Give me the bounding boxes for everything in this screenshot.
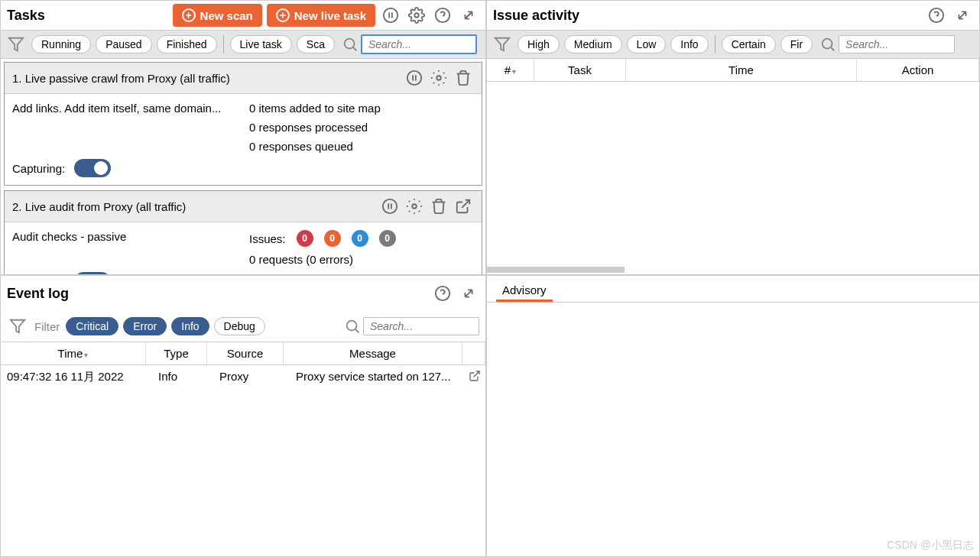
issue-badge-high: 0: [297, 230, 313, 247]
filter-icon[interactable]: [7, 316, 28, 337]
expand-icon[interactable]: [458, 5, 479, 26]
svg-point-26: [347, 321, 357, 331]
trash-icon[interactable]: [453, 67, 474, 89]
issues-label: Issues:: [249, 232, 286, 245]
filter-icon[interactable]: [492, 34, 513, 55]
new-live-task-button[interactable]: +New live task: [267, 4, 375, 27]
col-type[interactable]: Type: [146, 342, 207, 364]
capturing-row: Capturing:: [12, 272, 237, 274]
separator: [715, 35, 716, 53]
eventlog-filter-bar: Filter Critical Error Info Debug: [1, 311, 485, 342]
col-time[interactable]: Time▾: [1, 342, 146, 364]
stat-line: 0 responses queued: [249, 140, 474, 153]
new-scan-button[interactable]: +New scan: [173, 4, 262, 27]
svg-point-7: [345, 39, 355, 49]
event-row[interactable]: 09:47:32 16 11月 2022 Info Proxy Proxy se…: [1, 365, 485, 389]
search-icon: [342, 316, 363, 337]
svg-line-27: [355, 329, 359, 332]
filter-high[interactable]: High: [518, 35, 560, 53]
issue-badge-info: 0: [379, 230, 396, 247]
issue-table-body: [487, 82, 979, 274]
trash-icon[interactable]: [428, 196, 449, 217]
event-message: Proxy service started on 127...: [284, 365, 462, 389]
issue-table-header: #▾ Task Time Action: [487, 59, 979, 82]
advisory-tabs: Advisory: [487, 276, 979, 303]
pause-icon[interactable]: [379, 196, 401, 217]
svg-marker-20: [495, 38, 509, 51]
task-card-header: 2. Live audit from Proxy (all traffic): [5, 191, 482, 222]
stat-line: 0 responses processed: [249, 121, 474, 134]
col-num[interactable]: #▾: [487, 59, 534, 81]
help-icon[interactable]: [432, 283, 453, 304]
level-critical[interactable]: Critical: [66, 317, 118, 335]
level-debug[interactable]: Debug: [214, 317, 265, 335]
task-desc: Add links. Add item itself, same domain.…: [12, 102, 237, 115]
expand-icon[interactable]: [458, 283, 479, 304]
filter-certain[interactable]: Certain: [722, 35, 776, 53]
tasks-search-input[interactable]: [361, 34, 477, 54]
issue-search-input[interactable]: [839, 35, 955, 53]
filter-medium[interactable]: Medium: [564, 35, 622, 53]
col-task[interactable]: Task: [534, 59, 626, 81]
issue-badge-medium: 0: [324, 230, 341, 247]
filter-scan[interactable]: Sca: [297, 35, 335, 53]
filter-info[interactable]: Info: [670, 35, 708, 53]
level-error[interactable]: Error: [123, 317, 167, 335]
issue-badge-low: 0: [352, 230, 368, 247]
capturing-row: Capturing:: [12, 159, 237, 177]
filter-live-task[interactable]: Live task: [230, 35, 292, 53]
search-icon: [339, 34, 361, 55]
col-time[interactable]: Time: [626, 59, 857, 81]
event-time: 09:47:32 16 11月 2022: [1, 365, 146, 389]
task-card-body: Audit checks - passive Issues: 0 0 0 0 0…: [5, 222, 482, 274]
plus-icon: +: [182, 8, 196, 22]
svg-line-8: [353, 47, 356, 50]
eventlog-header: Event log: [1, 276, 485, 311]
filter-icon[interactable]: [5, 34, 27, 55]
col-message[interactable]: Message: [284, 342, 462, 364]
filter-running[interactable]: Running: [31, 35, 91, 53]
expand-icon[interactable]: [952, 5, 973, 26]
tab-advisory[interactable]: Advisory: [496, 280, 553, 302]
issues-row: Issues: 0 0 0 0: [249, 230, 474, 247]
capturing-toggle[interactable]: [74, 272, 111, 274]
svg-marker-6: [9, 38, 23, 51]
task-card: 2. Live audit from Proxy (all traffic) A…: [4, 190, 482, 274]
level-info[interactable]: Info: [171, 317, 209, 335]
gear-icon[interactable]: [404, 196, 425, 217]
issue-header: Issue activity: [487, 1, 979, 30]
gear-icon[interactable]: [406, 5, 427, 26]
requests-line: 0 requests (0 errors): [249, 253, 474, 266]
event-type: Info: [146, 365, 207, 389]
svg-point-9: [407, 71, 421, 85]
task-title: 2. Live audit from Proxy (all traffic): [12, 200, 376, 213]
sort-icon: ▾: [512, 67, 516, 76]
tasks-panel: Tasks +New scan +New live task Running P…: [0, 0, 486, 275]
issue-search: [817, 34, 955, 55]
issue-title: Issue activity: [493, 8, 579, 24]
gear-icon[interactable]: [428, 67, 449, 89]
svg-point-21: [823, 39, 832, 49]
filter-firm[interactable]: Fir: [780, 35, 813, 53]
task-card-body: Add links. Add item itself, same domain.…: [5, 94, 482, 185]
advisory-body: [487, 303, 979, 556]
popout-icon[interactable]: [453, 196, 474, 217]
help-icon[interactable]: [432, 5, 453, 26]
col-source[interactable]: Source: [207, 342, 284, 364]
svg-point-12: [436, 76, 441, 80]
filter-finished[interactable]: Finished: [157, 35, 217, 53]
capturing-toggle[interactable]: [74, 159, 111, 177]
pause-icon[interactable]: [404, 67, 425, 89]
col-action[interactable]: Action: [857, 59, 979, 81]
filter-paused[interactable]: Paused: [96, 35, 151, 53]
new-scan-label: New scan: [200, 9, 253, 22]
filter-low[interactable]: Low: [627, 35, 667, 53]
eventlog-search: [342, 316, 479, 337]
pause-icon[interactable]: [380, 5, 401, 26]
tasks-search: [339, 34, 477, 55]
event-popout[interactable]: [462, 365, 485, 389]
eventlog-search-input[interactable]: [363, 317, 479, 335]
svg-line-22: [831, 47, 834, 50]
task-title: 1. Live passive crawl from Proxy (all tr…: [12, 72, 401, 85]
help-icon[interactable]: [926, 5, 947, 26]
